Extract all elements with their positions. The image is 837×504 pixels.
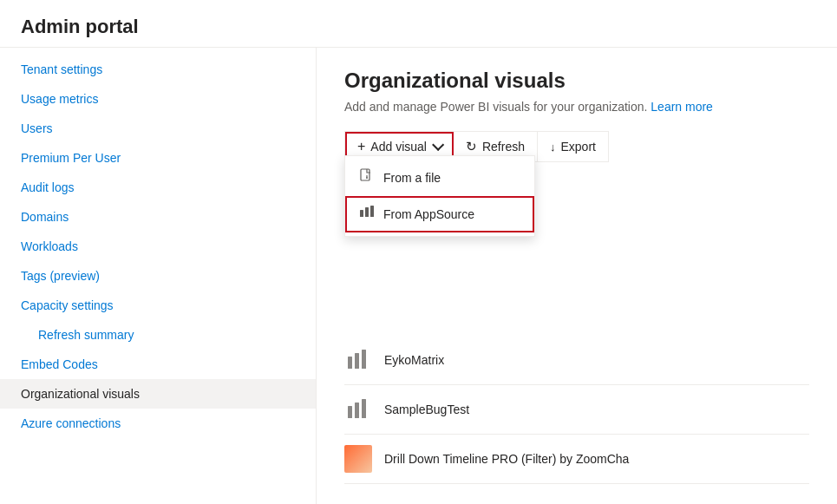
refresh-icon: ↻ <box>466 139 477 154</box>
sidebar-item-capacity-settings[interactable]: Capacity settings <box>0 291 316 320</box>
svg-rect-2 <box>360 210 363 217</box>
main-content: Organizational visuals Add and manage Po… <box>317 48 837 504</box>
sidebar-item-domains[interactable]: Domains <box>0 202 316 232</box>
subtitle-text: Add and manage Power BI visuals for your… <box>344 100 647 114</box>
visual-list: EykoMatrix SampleBugTestDrill Down Timel… <box>344 336 809 484</box>
visual-icon-eyko <box>344 346 372 374</box>
sidebar-item-azure-connections[interactable]: Azure connections <box>0 409 316 438</box>
svg-rect-4 <box>370 206 374 217</box>
sidebar-item-embed-codes[interactable]: Embed Codes <box>0 350 316 379</box>
sidebar-item-tags-preview[interactable]: Tags (preview) <box>0 261 316 291</box>
from-appsource-option[interactable]: From AppSource <box>345 196 534 232</box>
from-file-icon <box>359 168 375 187</box>
add-visual-dropdown: From a file From AppSource <box>344 155 535 237</box>
svg-rect-3 <box>365 207 369 217</box>
plus-icon: + <box>357 139 365 154</box>
sidebar-item-audit-logs[interactable]: Audit logs <box>0 173 316 202</box>
svg-rect-6 <box>355 353 359 369</box>
sidebar-item-users[interactable]: Users <box>0 114 316 143</box>
export-label: Export <box>560 140 595 154</box>
visual-name-drilldown: Drill Down Timeline PRO (Filter) by Zoom… <box>384 452 629 466</box>
refresh-label: Refresh <box>482 140 525 154</box>
visual-icon-samplebug <box>344 396 372 423</box>
visual-name-eyko: EykoMatrix <box>384 353 444 367</box>
svg-rect-9 <box>355 403 359 418</box>
app-title: Admin portal <box>0 0 837 48</box>
svg-rect-10 <box>362 399 366 418</box>
visual-row-drilldown[interactable]: Drill Down Timeline PRO (Filter) by Zoom… <box>344 435 809 484</box>
from-file-label: From a file <box>383 171 441 185</box>
sidebar-item-usage-metrics[interactable]: Usage metrics <box>0 84 316 114</box>
export-button[interactable]: ↓ Export <box>538 132 608 161</box>
sidebar-item-workloads[interactable]: Workloads <box>0 232 316 261</box>
chevron-down-icon <box>432 140 441 154</box>
svg-rect-8 <box>348 406 352 418</box>
sidebar-item-premium-per-user[interactable]: Premium Per User <box>0 143 316 173</box>
from-appsource-icon <box>359 205 375 224</box>
page-subtitle: Add and manage Power BI visuals for your… <box>344 100 809 114</box>
from-appsource-label: From AppSource <box>383 207 474 221</box>
visual-row-samplebug[interactable]: SampleBugTest <box>344 385 809 435</box>
visual-icon-drilldown <box>344 445 372 473</box>
svg-rect-0 <box>361 169 369 180</box>
sidebar-item-organizational-visuals[interactable]: Organizational visuals <box>0 379 316 409</box>
visual-name-samplebug: SampleBugTest <box>384 403 469 416</box>
learn-more-link[interactable]: Learn more <box>651 100 713 114</box>
add-visual-label: Add visual <box>370 140 427 154</box>
svg-rect-7 <box>362 350 366 369</box>
visual-row-eyko[interactable]: EykoMatrix <box>344 336 809 385</box>
sidebar: Tenant settingsUsage metricsUsersPremium… <box>0 48 317 504</box>
page-title: Organizational visuals <box>344 69 809 93</box>
svg-rect-5 <box>348 357 352 369</box>
sidebar-item-tenant-settings[interactable]: Tenant settings <box>0 55 316 84</box>
export-icon: ↓ <box>550 141 556 154</box>
sidebar-item-refresh-summary[interactable]: Refresh summary <box>0 320 316 350</box>
from-file-option[interactable]: From a file <box>345 160 534 196</box>
